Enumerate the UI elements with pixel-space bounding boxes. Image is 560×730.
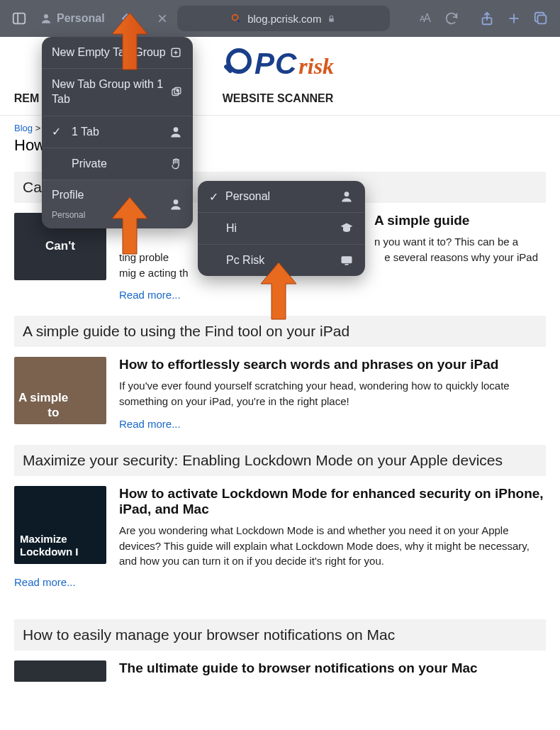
article-thumb[interactable]: A simple to bbox=[14, 357, 106, 424]
magnifier-icon bbox=[226, 48, 252, 74]
profile-indicator[interactable]: Personal bbox=[35, 12, 109, 25]
new-tab-button[interactable] bbox=[502, 6, 526, 31]
nav-item-removal[interactable]: REM bbox=[14, 92, 40, 105]
person-icon bbox=[169, 197, 183, 211]
nav-item-website-scanner[interactable]: WEBSITE SCANNER bbox=[223, 92, 333, 105]
menu-item-label: New Tab Group with 1 Tab bbox=[52, 77, 170, 107]
menu-item-label: 1 Tab bbox=[72, 126, 99, 138]
menu-item-label: Personal bbox=[225, 190, 270, 203]
svg-point-5 bbox=[233, 15, 238, 21]
article-title[interactable]: How to effortlessly search words and phr… bbox=[119, 357, 546, 372]
svg-marker-25 bbox=[112, 197, 147, 254]
menu-item-one-tab[interactable]: ✓1 Tab bbox=[42, 116, 193, 148]
person-icon bbox=[40, 12, 52, 25]
article-excerpt: If you've ever found yourself scratching… bbox=[119, 378, 546, 409]
article-row: The ultimate guide to browser notificati… bbox=[14, 651, 546, 682]
section-heading: Maximize your security: Enabling Lockdow… bbox=[14, 445, 546, 476]
address-bar[interactable]: blog.pcrisk.com bbox=[177, 6, 390, 31]
display-icon bbox=[340, 253, 354, 267]
article-excerpt: Are you wondering what Lockdown Mode is … bbox=[119, 523, 546, 569]
svg-rect-22 bbox=[342, 256, 352, 263]
svg-point-21 bbox=[345, 192, 349, 197]
person-icon bbox=[340, 189, 354, 204]
profile-submenu: ✓Personal Hi Pc Risk bbox=[198, 181, 365, 276]
profile-label: Personal bbox=[57, 12, 105, 25]
read-more-link[interactable]: Read more... bbox=[119, 289, 181, 301]
new-group-plus-icon bbox=[170, 85, 183, 99]
annotation-arrow-3 bbox=[254, 262, 303, 326]
svg-rect-11 bbox=[537, 15, 546, 23]
submenu-item-hi[interactable]: Hi bbox=[198, 213, 365, 245]
article-title[interactable]: A simple guide bbox=[374, 213, 546, 228]
tabs-overview-button[interactable] bbox=[529, 6, 553, 31]
svg-marker-24 bbox=[112, 13, 147, 70]
logo-text-risk: risk bbox=[298, 53, 334, 79]
read-more-link[interactable]: Read more... bbox=[119, 418, 181, 430]
breadcrumb-blog[interactable]: Blog bbox=[14, 123, 33, 133]
reload-button[interactable] bbox=[439, 6, 464, 31]
read-more-link[interactable]: Read more... bbox=[14, 576, 76, 588]
safari-toolbar: Personal blog.pcrisk.com AA bbox=[0, 0, 560, 37]
article-row: A simple to How to effortlessly search w… bbox=[14, 347, 546, 435]
svg-point-2 bbox=[44, 14, 48, 18]
section-heading: How to easily manage your browser notifi… bbox=[14, 619, 546, 651]
svg-point-20 bbox=[174, 199, 179, 204]
menu-item-private[interactable]: Private bbox=[42, 148, 193, 180]
hand-icon bbox=[169, 157, 183, 171]
url-host: blog.pcrisk.com bbox=[247, 13, 321, 25]
new-group-icon bbox=[169, 45, 183, 60]
stop-reload-button[interactable] bbox=[152, 8, 173, 29]
menu-item-label: Hi bbox=[226, 222, 237, 235]
logo-text-pc: PC bbox=[254, 47, 297, 81]
svg-rect-7 bbox=[330, 18, 335, 21]
share-button[interactable] bbox=[475, 6, 499, 31]
annotation-arrow-1 bbox=[105, 13, 155, 77]
svg-point-19 bbox=[174, 127, 179, 132]
graduation-cap-icon bbox=[340, 221, 354, 236]
person-icon bbox=[169, 125, 183, 139]
reader-aa-button[interactable]: AA bbox=[413, 6, 437, 31]
sidebar-toggle-button[interactable] bbox=[7, 6, 31, 31]
article-thumb[interactable]: Maximize Lockdown I bbox=[14, 486, 106, 564]
menu-item-label: Private bbox=[72, 157, 107, 170]
checkmark-icon: ✓ bbox=[209, 190, 218, 204]
lock-icon bbox=[327, 14, 336, 23]
menu-item-label: Profile bbox=[52, 189, 84, 201]
article-title[interactable]: How to activate Lockdown Mode for enhanc… bbox=[119, 486, 546, 517]
article-row: Maximize Lockdown I How to activate Lock… bbox=[14, 476, 546, 573]
svg-rect-0 bbox=[13, 13, 26, 24]
site-search-icon bbox=[230, 13, 242, 24]
svg-rect-23 bbox=[345, 264, 349, 265]
checkmark-icon: ✓ bbox=[52, 125, 65, 138]
article-title[interactable]: The ultimate guide to browser notificati… bbox=[119, 660, 546, 676]
menu-item-sublabel: Personal bbox=[52, 210, 85, 220]
annotation-arrow-2 bbox=[105, 197, 155, 261]
svg-line-6 bbox=[237, 20, 240, 22]
article-thumb[interactable] bbox=[14, 660, 106, 682]
submenu-item-personal[interactable]: ✓Personal bbox=[198, 181, 365, 213]
svg-marker-26 bbox=[261, 262, 296, 319]
